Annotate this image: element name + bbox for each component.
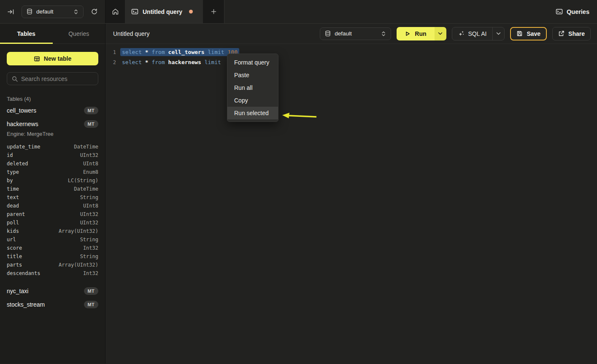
sidebar-tab-queries[interactable]: Queries: [53, 24, 105, 43]
column-name: parent: [7, 211, 25, 217]
table-name: nyc_taxi: [7, 288, 28, 294]
database-icon: [325, 30, 331, 37]
table-row[interactable]: cell_towersMT: [0, 104, 105, 117]
new-table-button[interactable]: New table: [7, 52, 98, 65]
table-name: cell_towers: [7, 107, 36, 114]
column-name: deleted: [7, 161, 28, 167]
column-type: UInt32: [80, 152, 98, 158]
chevron-updown-icon: [381, 31, 386, 37]
engine-badge: MT: [84, 107, 98, 114]
table-columns: update_timeDateTimeidUInt32deletedUInt8t…: [0, 141, 105, 284]
refresh-icon: [91, 8, 98, 15]
save-icon: [516, 30, 523, 37]
column-name: parts: [7, 262, 22, 268]
column-type: DateTime: [74, 144, 98, 150]
column-row: parentUInt32: [7, 210, 98, 218]
unsaved-changes-dot: [189, 10, 193, 13]
column-type: UInt8: [83, 161, 98, 167]
column-type: UInt8: [83, 203, 98, 209]
column-type: LC(String): [68, 178, 98, 183]
play-icon: [405, 31, 411, 37]
save-button[interactable]: Save: [510, 27, 547, 40]
menu-item-run-all[interactable]: Run all: [227, 81, 278, 94]
column-type: String: [80, 253, 98, 259]
editor-database-value: default: [335, 30, 352, 37]
line-number: 2: [105, 57, 116, 67]
sidebar-tab-queries-label: Queries: [68, 30, 89, 37]
refresh-button[interactable]: [89, 6, 100, 17]
column-row: descendantsInt32: [7, 269, 98, 278]
plus-icon: [211, 8, 217, 15]
column-name: type: [7, 169, 19, 175]
column-row: urlString: [7, 235, 98, 244]
sidebar-tab-tables[interactable]: Tables: [0, 24, 53, 43]
editor-database-select[interactable]: default: [320, 27, 391, 40]
column-name: update_time: [7, 144, 40, 150]
column-type: UInt32: [80, 220, 98, 226]
code-lines: 1select * from cell_towers limit 1002sel…: [105, 47, 597, 67]
table-row[interactable]: nyc_taxiMT: [0, 284, 105, 298]
column-row: kidsArray(UInt32): [7, 227, 98, 235]
sidebar-tab-tables-label: Tables: [17, 30, 35, 37]
column-row: deletedUInt8: [7, 159, 98, 168]
tab-title: Untitled query: [143, 8, 182, 15]
editor-pane: Untitled query default: [105, 24, 597, 364]
code-editor[interactable]: 1select * from cell_towers limit 1002sel…: [105, 44, 597, 364]
column-type: String: [80, 237, 98, 243]
new-tab-button[interactable]: [203, 0, 224, 23]
table-name: stocks_stream: [7, 301, 45, 308]
chevron-down-icon: [438, 32, 443, 35]
column-type: DateTime: [74, 186, 98, 192]
context-menu: Format queryPasteRun allCopyRun selected: [227, 54, 278, 122]
menu-item-copy[interactable]: Copy: [227, 94, 278, 107]
table-grid-icon: [34, 56, 40, 62]
home-tab-button[interactable]: [105, 0, 125, 23]
top-bar-right: Queries: [224, 0, 597, 23]
share-button[interactable]: Share: [552, 27, 591, 40]
code-line[interactable]: 2select * from hackernews limit: [105, 57, 597, 67]
column-type: Int32: [83, 270, 98, 276]
topbar-database-select[interactable]: default: [22, 5, 84, 18]
terminal-icon: [131, 8, 138, 15]
column-name: score: [7, 245, 22, 251]
column-row: update_timeDateTime: [7, 143, 98, 151]
sql-ai-options-button[interactable]: [492, 27, 504, 40]
column-type: UInt32: [80, 211, 98, 217]
sidebar: Tables Queries New table Tabl: [0, 24, 105, 364]
run-options-button[interactable]: [435, 27, 446, 40]
queries-button[interactable]: Queries: [556, 8, 589, 15]
chevron-down-icon: [496, 32, 501, 35]
column-row: partsArray(UInt32): [7, 261, 98, 269]
column-name: descendants: [7, 270, 40, 276]
menu-item-paste[interactable]: Paste: [227, 69, 278, 81]
code-line[interactable]: 1select * from cell_towers limit 100: [105, 47, 597, 57]
database-icon: [27, 8, 32, 15]
run-button[interactable]: Run: [397, 27, 434, 40]
menu-item-format-query[interactable]: Format query: [227, 56, 278, 69]
collapse-sidebar-button[interactable]: [5, 7, 16, 17]
table-name: hackernews: [7, 121, 38, 127]
home-icon: [112, 8, 119, 15]
column-row: idUInt32: [7, 151, 98, 159]
line-content: select * from cell_towers limit 100: [122, 47, 238, 57]
table-row[interactable]: stocks_streamMT: [0, 298, 105, 311]
search-input[interactable]: [21, 75, 97, 82]
column-name: id: [7, 152, 13, 158]
search-box: [7, 72, 98, 85]
topbar-database-value: default: [36, 8, 54, 15]
column-row: pollUInt32: [7, 218, 98, 227]
save-button-label: Save: [527, 30, 540, 37]
menu-item-run-selected[interactable]: Run selected: [227, 107, 278, 119]
sql-ai-button[interactable]: SQL AI: [452, 27, 493, 40]
column-name: url: [7, 237, 16, 243]
column-type: Enum8: [83, 169, 98, 175]
table-row[interactable]: hackernewsMT: [0, 117, 105, 131]
column-name: by: [7, 178, 13, 183]
tab-untitled-query[interactable]: Untitled query: [125, 0, 203, 23]
column-type: String: [80, 194, 98, 200]
query-title: Untitled query: [113, 30, 149, 37]
run-split-button: Run: [397, 27, 446, 40]
top-bar-left: default: [0, 0, 105, 23]
column-row: deadUInt8: [7, 202, 98, 210]
column-name: poll: [7, 220, 19, 226]
